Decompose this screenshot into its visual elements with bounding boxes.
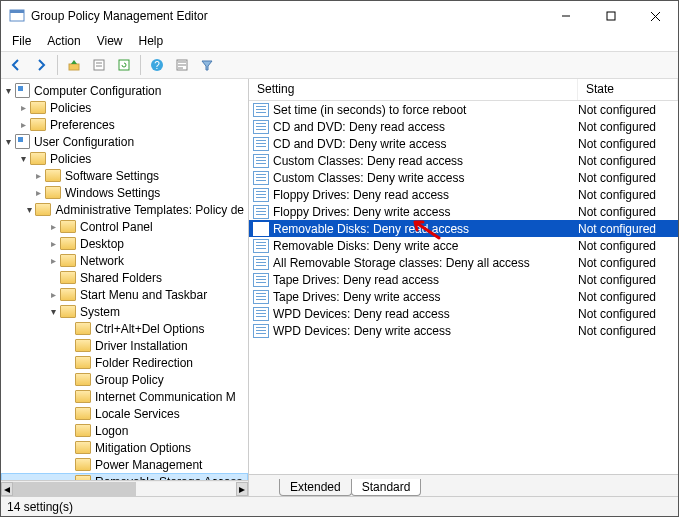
expand-toggle[interactable] [46,238,60,249]
tree-node[interactable]: Locale Services [1,405,248,422]
tree-label: Network [80,254,124,268]
svg-rect-3 [607,12,615,20]
refresh-button[interactable] [113,54,135,76]
tree-node[interactable]: Computer Configuration [1,82,248,99]
expand-toggle[interactable] [46,221,60,232]
setting-state: Not configured [578,205,678,219]
tree-node[interactable]: Ctrl+Alt+Del Options [1,320,248,337]
help-button[interactable]: ? [146,54,168,76]
tree-node[interactable]: Internet Communication M [1,388,248,405]
column-setting[interactable]: Setting [249,79,578,100]
tree-node[interactable]: Folder Redirection [1,354,248,371]
column-state[interactable]: State [578,79,678,100]
setting-row[interactable]: Tape Drives: Deny read accessNot configu… [249,271,678,288]
setting-row[interactable]: All Removable Storage classes: Deny all … [249,254,678,271]
expand-toggle[interactable] [16,102,30,113]
expand-toggle[interactable] [25,204,36,215]
tree-node[interactable]: Windows Settings [1,184,248,201]
tree-label: Computer Configuration [34,84,161,98]
folder-icon [75,390,91,403]
close-button[interactable] [633,1,678,31]
properties-button[interactable] [88,54,110,76]
horizontal-scrollbar[interactable]: ◂ ▸ [1,480,248,496]
tree-node[interactable]: Administrative Templates: Policy de [1,201,248,218]
setting-row[interactable]: Removable Disks: Deny read accessNot con… [249,220,678,237]
folder-icon [75,458,91,471]
maximize-button[interactable] [588,1,633,31]
settings-list[interactable]: Set time (in seconds) to force rebootNot… [249,101,678,474]
back-button[interactable] [5,54,27,76]
setting-row[interactable]: CD and DVD: Deny write accessNot configu… [249,135,678,152]
setting-name: Floppy Drives: Deny write access [273,205,578,219]
tree-node[interactable]: Policies [1,150,248,167]
expand-toggle[interactable] [46,255,60,266]
menu-action[interactable]: Action [40,32,87,50]
setting-name: WPD Devices: Deny write access [273,324,578,338]
tree-node[interactable]: Power Management [1,456,248,473]
setting-name: Removable Disks: Deny write acce [273,239,578,253]
expand-toggle[interactable] [46,289,60,300]
setting-name: WPD Devices: Deny read access [273,307,578,321]
setting-row[interactable]: Set time (in seconds) to force rebootNot… [249,101,678,118]
toolbar-sep [57,55,58,75]
setting-name: Custom Classes: Deny write access [273,171,578,185]
tree-node[interactable]: Driver Installation [1,337,248,354]
expand-toggle[interactable] [31,187,45,198]
setting-state: Not configured [578,222,678,236]
policy-icon [253,290,269,304]
menu-file[interactable]: File [5,32,38,50]
setting-row[interactable]: Tape Drives: Deny write accessNot config… [249,288,678,305]
setting-row[interactable]: WPD Devices: Deny write accessNot config… [249,322,678,339]
setting-row[interactable]: CD and DVD: Deny read accessNot configur… [249,118,678,135]
setting-row[interactable]: Floppy Drives: Deny write accessNot conf… [249,203,678,220]
menu-help[interactable]: Help [132,32,171,50]
expand-toggle[interactable] [31,170,45,181]
setting-name: Floppy Drives: Deny read access [273,188,578,202]
tree-label: Folder Redirection [95,356,193,370]
tree-node[interactable]: Policies [1,99,248,116]
tree-node[interactable]: Shared Folders [1,269,248,286]
expand-toggle[interactable] [1,85,15,96]
filter-button[interactable] [196,54,218,76]
tree-node[interactable]: System [1,303,248,320]
up-button[interactable] [63,54,85,76]
setting-row[interactable]: Floppy Drives: Deny read accessNot confi… [249,186,678,203]
setting-row[interactable]: WPD Devices: Deny read accessNot configu… [249,305,678,322]
titlebar[interactable]: Group Policy Management Editor [1,1,678,31]
expand-toggle[interactable] [1,136,15,147]
tree-node[interactable]: Software Settings [1,167,248,184]
tab-standard[interactable]: Standard [351,479,422,496]
setting-state: Not configured [578,103,678,117]
setting-row[interactable]: Removable Disks: Deny write acceNot conf… [249,237,678,254]
tab-extended[interactable]: Extended [279,479,352,496]
tree-node[interactable]: Start Menu and Taskbar [1,286,248,303]
setting-name: Custom Classes: Deny read access [273,154,578,168]
tree-label: Ctrl+Alt+Del Options [95,322,204,336]
policy-icon [253,222,269,236]
tree-scroll[interactable]: Computer ConfigurationPoliciesPreference… [1,79,248,480]
setting-state: Not configured [578,324,678,338]
tree-node[interactable]: Desktop [1,235,248,252]
tree-label: Preferences [50,118,115,132]
menu-view[interactable]: View [90,32,130,50]
tree-node[interactable]: Preferences [1,116,248,133]
tree-node[interactable]: Network [1,252,248,269]
setting-row[interactable]: Custom Classes: Deny read accessNot conf… [249,152,678,169]
filter-options-button[interactable] [171,54,193,76]
tree-label: Logon [95,424,128,438]
tree-node[interactable]: Control Panel [1,218,248,235]
tree-node[interactable]: Mitigation Options [1,439,248,456]
tree-node[interactable]: Removable Storage Access [1,473,248,480]
expand-toggle[interactable] [16,153,30,164]
minimize-button[interactable] [543,1,588,31]
forward-button[interactable] [30,54,52,76]
setting-name: Set time (in seconds) to force reboot [273,103,578,117]
tree-node[interactable]: Logon [1,422,248,439]
svg-rect-1 [10,10,24,13]
setting-row[interactable]: Custom Classes: Deny write accessNot con… [249,169,678,186]
tree-node[interactable]: User Configuration [1,133,248,150]
expand-toggle[interactable] [16,119,30,130]
expand-toggle[interactable] [46,306,60,317]
tree-node[interactable]: Group Policy [1,371,248,388]
svg-rect-10 [119,60,129,70]
